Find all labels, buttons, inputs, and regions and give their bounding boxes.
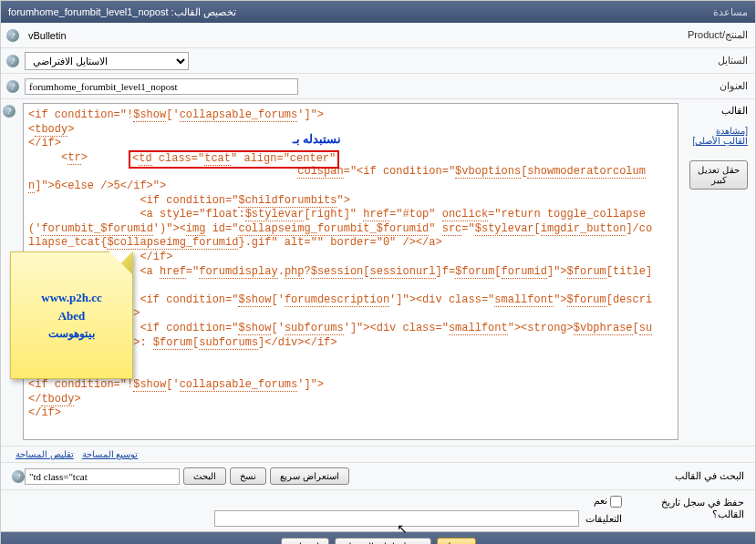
yes-label: نعم [594,495,607,506]
product-label: المنتج/Product [682,26,755,45]
help-icon[interactable]: ? [3,105,16,118]
help-icon[interactable]: ? [6,29,19,42]
view-original-link[interactable]: [مشاهدة القالب الأصلي] [689,126,748,146]
sticky-note: www.p2h.cc Abed بيتوهوست [10,251,133,379]
sticky-line-1: www.p2h.cc [41,291,101,305]
quick-preview-button[interactable]: استعراض سريع [270,467,349,485]
search-button[interactable]: البحث [183,467,226,485]
help-link[interactable]: مساعدة [713,6,748,18]
expand-link[interactable]: توسيع المساحة [82,449,139,459]
title-input[interactable] [25,78,298,95]
history-row: حفظ في سجل تاريخ القالب؟ نعم التعليقات [1,490,755,532]
copy-button[interactable]: نسخ [230,467,266,485]
sticky-line-2: Abed [58,309,86,323]
big-edit-button[interactable]: حقل تعديل كبير [689,160,748,190]
style-select[interactable]: الاستايل الافتراضي [25,52,189,70]
style-row: الستايل الاستايل الافتراضي ? [1,48,755,74]
product-value: vBulletin [25,28,70,43]
search-row: البحث في القالب البحث نسخ استعراض سريع ? [1,463,755,490]
restore-button[interactable]: إستعادة [281,538,329,544]
shrink-link[interactable]: تقليص المساحة [16,449,74,459]
window-title: تخصيص القالب: forumhome_forumbit_level1_… [8,6,236,18]
history-label: حفظ في سجل تاريخ القالب؟ [622,495,750,522]
title-label: العنوان [682,77,755,96]
product-row: المنتج/Product vBulletin ? [1,23,755,48]
history-checkbox[interactable] [610,496,622,508]
save-button[interactable]: حفظ [437,538,476,544]
comments-label: التعليقات [585,513,622,524]
template-label: القالب [721,105,748,116]
save-reload-button[interactable]: حفظ وإعادة التحميل [335,538,431,544]
help-icon[interactable]: ? [6,80,19,93]
sticky-line-3: بيتوهوست [48,327,95,341]
comments-input[interactable] [214,510,579,527]
search-label: البحث في القالب [649,470,750,482]
help-icon[interactable]: ? [6,55,19,67]
search-input[interactable] [25,468,180,485]
resize-links: توسيع المساحة تقليص المساحة [1,446,755,463]
help-icon[interactable]: ? [12,470,25,483]
window-header: مساعدة تخصيص القالب: forumhome_forumbit_… [1,1,755,23]
style-label: الستايل [682,51,755,70]
footer-bar: حفظ حفظ وإعادة التحميل إستعادة [1,532,755,544]
title-row: العنوان ? [1,74,755,99]
